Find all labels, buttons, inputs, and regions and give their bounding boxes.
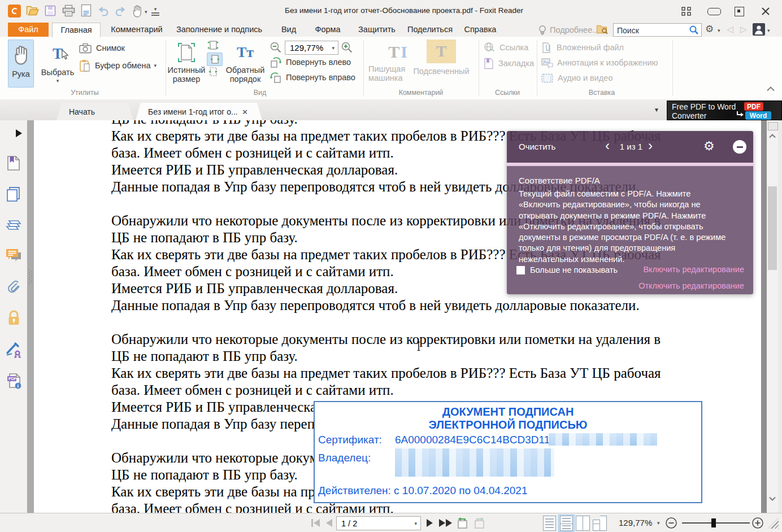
previous-view-button[interactable] bbox=[456, 517, 469, 529]
attached-file-button[interactable]: Вложенный файл bbox=[541, 41, 624, 54]
clipboard-button[interactable]: Буфер обмена ▾ bbox=[79, 58, 157, 73]
customize-toolbar-icon[interactable]: ▾ bbox=[151, 7, 159, 16]
scrollbar-top-button[interactable] bbox=[768, 122, 778, 130]
search-box[interactable] bbox=[613, 23, 702, 37]
foxit-logo-icon[interactable] bbox=[8, 5, 21, 18]
tab-home[interactable]: Главная bbox=[52, 23, 101, 37]
highlight-button[interactable]: T Подсвеченный bbox=[410, 38, 472, 90]
undo-icon[interactable] bbox=[97, 6, 110, 16]
document-tab-close-icon[interactable]: ✕ bbox=[242, 108, 248, 116]
fit-visible-button[interactable] bbox=[207, 67, 221, 78]
settings-gear-icon[interactable]: ⚙ bbox=[705, 23, 714, 35]
pdfa-disable-editing-link[interactable]: Отключить редактирование bbox=[638, 281, 744, 290]
open-file-icon[interactable] bbox=[26, 5, 39, 16]
tab-fill-sign[interactable]: Заполнение и подпись bbox=[173, 23, 266, 37]
tab-protect[interactable]: Защитить bbox=[355, 23, 399, 37]
pdfa-settings-icon[interactable]: ⚙ bbox=[703, 139, 715, 154]
comments-panel-icon[interactable] bbox=[6, 248, 22, 264]
tab-view[interactable]: Вид bbox=[277, 23, 301, 37]
link-button[interactable]: Ссылка bbox=[484, 41, 528, 54]
snapshot-button[interactable]: Снимок bbox=[79, 41, 125, 55]
reverse-order-button[interactable]: Tт Обратный порядок bbox=[224, 40, 267, 89]
pdfa-next-icon[interactable]: › bbox=[648, 138, 653, 154]
restore-button[interactable] bbox=[735, 7, 744, 16]
tab-help[interactable]: Справка bbox=[461, 23, 499, 37]
history-back-icon[interactable]: ◁ bbox=[727, 24, 733, 34]
zoom-out-ribbon-button[interactable] bbox=[270, 41, 282, 54]
prev-page-button[interactable] bbox=[326, 519, 332, 527]
fit-width-button[interactable] bbox=[207, 53, 223, 66]
zoom-slider-track[interactable] bbox=[682, 522, 750, 524]
save-icon[interactable] bbox=[45, 5, 56, 16]
single-page-view-button[interactable] bbox=[543, 516, 556, 531]
image-annotation-button[interactable]: Аннотация к изображению bbox=[541, 56, 658, 69]
zoom-in-button[interactable] bbox=[751, 517, 764, 529]
facing-view-button[interactable] bbox=[576, 516, 590, 531]
last-page-button[interactable] bbox=[439, 519, 452, 527]
settings-caret-icon[interactable]: ▾ bbox=[718, 28, 720, 33]
history-forward-icon[interactable]: ▷ bbox=[740, 24, 747, 34]
collapse-ribbon-button[interactable] bbox=[766, 86, 775, 91]
page-number-combo[interactable]: 1 / 2 ▾ bbox=[336, 516, 421, 530]
hand-tool-quick-icon[interactable] bbox=[132, 5, 143, 18]
continuous-view-button[interactable] bbox=[558, 514, 575, 532]
tab-comment[interactable]: Комментарий bbox=[106, 23, 167, 37]
status-zoom-caret-icon[interactable]: ▾ bbox=[657, 521, 660, 525]
zoom-out-button[interactable] bbox=[665, 517, 677, 529]
rotate-left-button[interactable]: Повернуть влево bbox=[270, 55, 351, 69]
redo-icon[interactable] bbox=[114, 6, 127, 16]
fit-page-button[interactable] bbox=[207, 40, 221, 51]
resize-grip[interactable] bbox=[768, 518, 779, 529]
select-tool-button[interactable]: T Выбрать ▾ bbox=[37, 40, 78, 86]
first-page-button[interactable] bbox=[311, 519, 320, 527]
scrollbar-thumb[interactable] bbox=[768, 186, 777, 270]
scroll-up-icon[interactable] bbox=[768, 134, 776, 138]
zoom-slider-handle[interactable] bbox=[711, 518, 716, 527]
continuous-facing-view-button[interactable] bbox=[593, 516, 607, 531]
document-tab-label[interactable]: Без имени 1-год итог о... bbox=[148, 107, 238, 116]
pages-panel-icon[interactable] bbox=[6, 186, 21, 202]
pdfa-prev-icon[interactable]: ‹ bbox=[605, 138, 610, 154]
pdf-properties-panel-icon[interactable]: PDFi bbox=[6, 373, 22, 389]
actual-size-button[interactable]: Истинный размер bbox=[167, 40, 206, 89]
hand-tool-button[interactable]: Рука bbox=[8, 40, 34, 88]
tab-file[interactable]: Файл bbox=[8, 23, 49, 37]
start-tab-label[interactable]: Начать bbox=[69, 107, 95, 116]
search-input[interactable] bbox=[616, 24, 686, 37]
vertical-scrollbar[interactable] bbox=[767, 120, 778, 513]
hand-tool-caret-icon[interactable]: ▾ bbox=[145, 10, 147, 14]
splitter-handle[interactable] bbox=[29, 270, 32, 285]
rotate-right-button[interactable]: Повернуть вправо bbox=[270, 71, 355, 84]
zoom-combo-caret-icon[interactable]: ▾ bbox=[332, 46, 334, 50]
close-button[interactable] bbox=[761, 6, 771, 16]
tab-list-caret-icon[interactable]: ▼ bbox=[654, 107, 659, 113]
scroll-down-icon[interactable] bbox=[768, 496, 776, 501]
print-icon[interactable] bbox=[62, 5, 75, 17]
zoom-combo[interactable]: 129,77% ▾ bbox=[285, 41, 338, 55]
pdfa-clear-button[interactable]: Очистить bbox=[519, 142, 555, 151]
pdfa-dont-show-checkbox[interactable] bbox=[516, 266, 525, 274]
folder-search-icon[interactable] bbox=[596, 24, 609, 34]
bookmarks-panel-icon[interactable] bbox=[6, 155, 21, 171]
attachments-panel-icon[interactable] bbox=[6, 279, 21, 295]
tab-share[interactable]: Поделиться bbox=[406, 23, 454, 37]
search-icon[interactable] bbox=[689, 25, 699, 35]
minimize-button[interactable] bbox=[707, 8, 721, 15]
pdfa-enable-editing-link[interactable]: Включить редактирование bbox=[643, 265, 744, 274]
more-info-link[interactable]: Подробнее... bbox=[550, 25, 599, 34]
page-combo-caret-icon[interactable]: ▾ bbox=[414, 521, 417, 526]
email-document-icon[interactable] bbox=[80, 4, 92, 17]
tab-form[interactable]: Форма bbox=[310, 23, 346, 37]
layers-panel-icon[interactable] bbox=[5, 217, 22, 233]
next-page-button[interactable] bbox=[427, 519, 433, 527]
pdfa-minimize-icon[interactable] bbox=[733, 140, 746, 154]
audio-video-button[interactable]: Аудио и видео bbox=[541, 72, 612, 84]
zoom-in-ribbon-button[interactable] bbox=[341, 41, 353, 54]
layout-grid-button[interactable] bbox=[681, 7, 692, 16]
next-view-button[interactable] bbox=[473, 517, 486, 529]
account-avatar[interactable] bbox=[753, 23, 765, 36]
pdfa-dont-show-label[interactable]: Больше не показывать bbox=[530, 265, 618, 274]
security-panel-icon[interactable] bbox=[7, 310, 21, 326]
bookmark-button[interactable]: Закладка bbox=[484, 57, 534, 69]
sidebar-splitter[interactable] bbox=[27, 120, 34, 513]
